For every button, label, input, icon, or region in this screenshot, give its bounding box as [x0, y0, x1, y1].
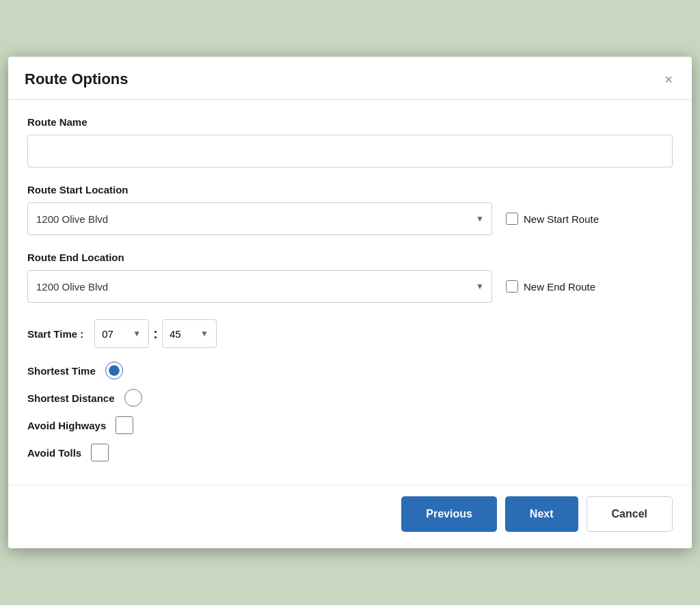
shortest-distance-row: Shortest Distance	[27, 389, 673, 407]
new-start-route-label: New Start Route	[524, 213, 599, 225]
avoid-tolls-label: Avoid Tolls	[27, 447, 81, 459]
route-name-label: Route Name	[27, 116, 673, 128]
route-end-select[interactable]: 1200 Olive Blvd	[27, 270, 492, 303]
modal-header: Route Options ×	[8, 57, 692, 100]
minute-select-wrapper: 45 ▼	[162, 319, 217, 348]
route-end-location-group: Route End Location 1200 Olive Blvd ▼ New…	[27, 252, 673, 303]
previous-button[interactable]: Previous	[401, 496, 497, 532]
avoid-highways-row: Avoid Highways	[27, 416, 673, 434]
route-start-row: 1200 Olive Blvd ▼ New Start Route	[27, 202, 673, 235]
avoid-tolls-row: Avoid Tolls	[27, 444, 673, 461]
new-end-route-group: New End Route	[506, 280, 595, 293]
minute-select[interactable]: 45	[162, 319, 217, 348]
shortest-distance-label: Shortest Distance	[27, 392, 115, 404]
route-start-location-group: Route Start Location 1200 Olive Blvd ▼ N…	[27, 184, 673, 235]
route-end-row: 1200 Olive Blvd ▼ New End Route	[27, 270, 673, 303]
avoid-highways-label: Avoid Highways	[27, 420, 106, 431]
avoid-tolls-checkbox[interactable]	[91, 444, 109, 461]
route-name-input[interactable]	[27, 135, 673, 167]
hour-select-wrapper: 07 ▼	[94, 319, 149, 348]
modal-footer: Previous Next Cancel	[8, 485, 692, 548]
route-end-location-label: Route End Location	[27, 252, 673, 263]
new-start-route-group: New Start Route	[506, 213, 599, 225]
route-end-select-wrapper: 1200 Olive Blvd ▼	[27, 270, 492, 303]
new-start-route-checkbox[interactable]	[506, 213, 518, 225]
time-colon: :	[149, 326, 162, 342]
next-button[interactable]: Next	[505, 496, 578, 532]
avoid-highways-checkbox[interactable]	[116, 416, 133, 434]
shortest-time-row: Shortest Time	[27, 362, 673, 379]
start-time-label: Start Time :	[27, 328, 83, 340]
route-start-select[interactable]: 1200 Olive Blvd	[27, 202, 492, 235]
route-start-location-label: Route Start Location	[27, 184, 673, 196]
route-name-group: Route Name	[27, 116, 673, 167]
modal-title: Route Options	[25, 70, 129, 88]
close-button[interactable]: ×	[662, 72, 675, 86]
hour-select[interactable]: 07	[94, 319, 149, 348]
shortest-distance-radio[interactable]	[124, 389, 142, 407]
shortest-time-label: Shortest Time	[27, 365, 96, 377]
cancel-button[interactable]: Cancel	[587, 496, 673, 532]
new-end-route-checkbox[interactable]	[506, 280, 518, 293]
new-end-route-label: New End Route	[524, 281, 595, 293]
modal-body: Route Name Route Start Location 1200 Oli…	[8, 100, 692, 485]
shortest-time-radio[interactable]	[105, 362, 123, 379]
route-options-modal: Route Options × Route Name Route Start L…	[8, 57, 692, 548]
start-time-row: Start Time : 07 ▼ : 45 ▼	[27, 319, 673, 348]
route-start-select-wrapper: 1200 Olive Blvd ▼	[27, 202, 492, 235]
